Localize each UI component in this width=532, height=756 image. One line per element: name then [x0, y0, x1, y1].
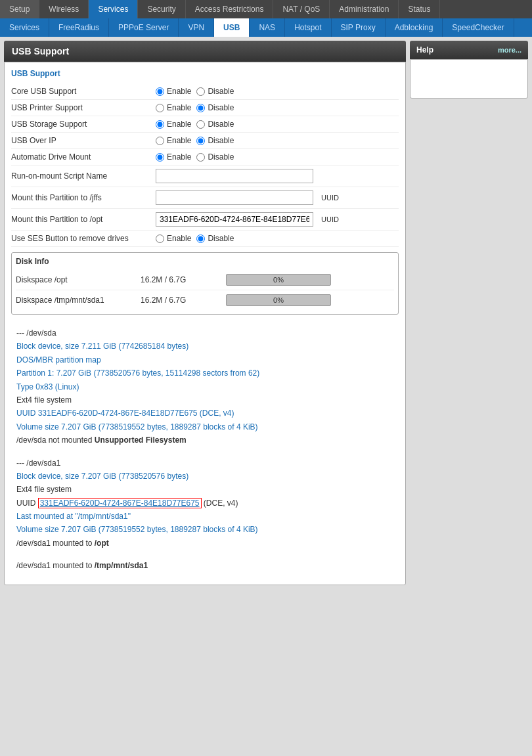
topnav-access-restrictions[interactable]: Access Restrictions: [186, 0, 274, 18]
device-sda1-section: --- /dev/sda1 Block device, size 7.207 G…: [16, 456, 393, 550]
label-usb-printer: USB Printer Support: [11, 103, 156, 112]
input-partition-opt[interactable]: [156, 212, 313, 227]
uuid-label-jffs: UUID: [321, 194, 339, 202]
radio-usb-storage-disable[interactable]: Disable: [196, 120, 234, 129]
sub-navigation: Services FreeRadius PPPoE Server VPN USB…: [0, 18, 532, 37]
radio-ses-enable-input[interactable]: [156, 234, 164, 243]
radio-usb-over-ip-enable[interactable]: Enable: [156, 136, 191, 145]
disk-size-sda1: 16.2M / 6.7G: [141, 296, 219, 305]
radio-ses-disable-label: Disable: [208, 234, 234, 243]
device-info-section: --- /dev/sda Block device, size 7.211 Gi…: [11, 321, 399, 578]
label-ses-button: Use SES Button to remove drives: [11, 234, 156, 243]
topnav-services[interactable]: Services: [89, 0, 138, 18]
radio-auto-drive-mount-disable-input[interactable]: [196, 153, 205, 162]
subnav-freeradius[interactable]: FreeRadius: [49, 18, 109, 37]
radio-core-usb-enable-input[interactable]: [156, 87, 164, 96]
device-sda-section: --- /dev/sda Block device, size 7.211 Gi…: [16, 326, 393, 447]
radio-core-usb-disable[interactable]: Disable: [196, 87, 234, 96]
page-body: USB Support USB Support Core USB Support…: [0, 37, 532, 756]
topnav-administration[interactable]: Administration: [330, 0, 399, 18]
device-sda-line6: UUID 331EADF6-620D-4724-867E-84E18D77E67…: [16, 407, 393, 420]
radio-core-usb-disable-label: Disable: [208, 87, 234, 96]
subnav-pppoe-server[interactable]: PPPoE Server: [109, 18, 179, 37]
radio-usb-printer-disable[interactable]: Disable: [196, 103, 234, 112]
form-row-usb-over-ip: USB Over IP Enable Disable: [11, 133, 399, 149]
form-row-ses-button: Use SES Button to remove drives Enable D…: [11, 231, 399, 247]
radio-usb-over-ip-disable-input[interactable]: [196, 137, 205, 145]
radio-ses-disable[interactable]: Disable: [196, 234, 234, 243]
topnav-setup[interactable]: Setup: [0, 0, 39, 18]
control-partition-opt: UUID: [156, 212, 339, 227]
radio-ses-enable[interactable]: Enable: [156, 234, 191, 243]
label-usb-storage: USB Storage Support: [11, 120, 156, 129]
topnav-status[interactable]: Status: [399, 0, 440, 18]
radio-usb-storage-disable-input[interactable]: [196, 120, 205, 129]
main-panel: USB Support USB Support Core USB Support…: [4, 41, 406, 755]
device-sda-line1: Block device, size 7.211 GiB (7742685184…: [16, 340, 393, 353]
radio-core-usb-disable-input[interactable]: [196, 87, 205, 96]
radio-usb-storage-enable-label: Enable: [167, 120, 191, 129]
subnav-adblocking[interactable]: Adblocking: [386, 18, 443, 37]
panel-body: USB Support Core USB Support Enable Disa…: [4, 62, 406, 585]
radio-usb-printer-disable-label: Disable: [208, 103, 234, 112]
control-core-usb: Enable Disable: [156, 87, 234, 96]
section-title: USB Support: [11, 69, 399, 78]
radio-usb-printer-enable[interactable]: Enable: [156, 103, 191, 112]
control-ses-button: Enable Disable: [156, 234, 234, 243]
form-row-partition-jffs: Mount this Partition to /jffs UUID: [11, 187, 399, 209]
form-row-run-on-mount: Run-on-mount Script Name: [11, 166, 399, 187]
device-sda1-line6: /dev/sda1 mounted to /opt: [16, 537, 393, 550]
device-sda-line8: /dev/sda not mounted Unsupported Filesys…: [16, 434, 393, 447]
radio-core-usb-enable[interactable]: Enable: [156, 87, 191, 96]
control-partition-jffs: UUID: [156, 190, 339, 205]
subnav-hotspot[interactable]: Hotspot: [285, 18, 331, 37]
device-sda-line4: Type 0x83 (Linux): [16, 380, 393, 393]
subnav-services[interactable]: Services: [0, 18, 49, 37]
subnav-speedchecker[interactable]: SpeedChecker: [443, 18, 514, 37]
input-partition-jffs[interactable]: [156, 190, 313, 205]
device-sda-line3: Partition 1: 7.207 GiB (7738520576 bytes…: [16, 367, 393, 380]
subnav-nas[interactable]: NAS: [250, 18, 285, 37]
disk-info-title: Disk Info: [16, 257, 394, 266]
subnav-sip-proxy[interactable]: SIP Proxy: [332, 18, 386, 37]
radio-usb-printer-enable-label: Enable: [167, 103, 191, 112]
subnav-vpn[interactable]: VPN: [179, 18, 214, 37]
top-navigation: Setup Wireless Services Security Access …: [0, 0, 532, 18]
disk-info-box: Disk Info Diskspace /opt 16.2M / 6.7G 0%…: [11, 252, 399, 315]
radio-auto-drive-mount-enable[interactable]: Enable: [156, 152, 191, 162]
device-sda1-line1: Block device, size 7.207 GiB (7738520576…: [16, 470, 393, 483]
device-sda1-line2: Ext4 file system: [16, 483, 393, 496]
radio-usb-over-ip-disable-label: Disable: [208, 136, 234, 145]
label-run-on-mount: Run-on-mount Script Name: [11, 171, 156, 181]
disk-label-opt: Diskspace /opt: [16, 275, 134, 284]
radio-auto-drive-mount-disable[interactable]: Disable: [196, 152, 234, 162]
label-partition-jffs: Mount this Partition to /jffs: [11, 193, 156, 202]
help-body: [410, 59, 528, 99]
control-usb-storage: Enable Disable: [156, 120, 234, 129]
device-sda-line5: Ext4 file system: [16, 393, 393, 407]
help-more-link[interactable]: more...: [498, 46, 521, 54]
radio-ses-disable-input[interactable]: [196, 234, 205, 243]
control-usb-over-ip: Enable Disable: [156, 136, 234, 145]
radio-usb-storage-enable[interactable]: Enable: [156, 120, 191, 129]
radio-usb-over-ip-disable[interactable]: Disable: [196, 136, 234, 145]
topnav-nat-qos[interactable]: NAT / QoS: [273, 0, 330, 18]
label-auto-drive-mount: Automatic Drive Mount: [11, 152, 156, 162]
radio-auto-drive-mount-enable-label: Enable: [167, 152, 191, 162]
subnav-usb[interactable]: USB: [214, 18, 250, 37]
device-sda1-mount-line: /dev/sda1 mounted to /tmp/mnt/sda1: [16, 559, 393, 572]
input-run-on-mount[interactable]: [156, 169, 313, 183]
label-usb-over-ip: USB Over IP: [11, 136, 156, 145]
topnav-wireless[interactable]: Wireless: [39, 0, 89, 18]
help-panel: Help more...: [410, 41, 528, 755]
disk-label-sda1: Diskspace /tmp/mnt/sda1: [16, 296, 134, 305]
radio-usb-printer-enable-input[interactable]: [156, 104, 164, 112]
help-title: Help: [416, 45, 433, 55]
radio-usb-over-ip-enable-input[interactable]: [156, 137, 164, 145]
form-row-usb-storage: USB Storage Support Enable Disable: [11, 116, 399, 133]
radio-usb-printer-disable-input[interactable]: [196, 104, 205, 112]
topnav-security[interactable]: Security: [138, 0, 185, 18]
radio-usb-storage-enable-input[interactable]: [156, 120, 164, 129]
control-usb-printer: Enable Disable: [156, 103, 234, 112]
radio-auto-drive-mount-enable-input[interactable]: [156, 153, 164, 162]
